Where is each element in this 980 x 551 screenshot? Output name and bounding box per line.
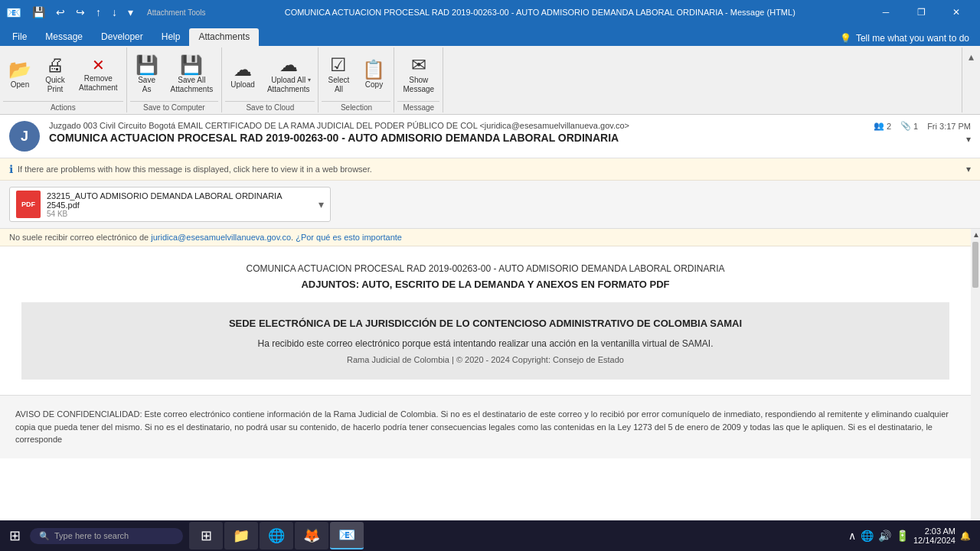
remove-attachment-button[interactable]: ✕ RemoveAttachment	[74, 49, 123, 101]
quick-print-button[interactable]: 🖨 QuickPrint	[38, 49, 72, 101]
save-as-label: SaveAs	[138, 76, 155, 94]
confidential-notice: AVISO DE CONFIDENCIALIDAD: Este correo e…	[0, 395, 971, 458]
start-button[interactable]: ⊞	[3, 524, 27, 547]
select-all-label: SelectAll	[328, 76, 350, 94]
ribbon-group-save-computer: 💾 SaveAs 💾 Save AllAttachments Save to C…	[127, 47, 223, 112]
info-bar[interactable]: ℹ If there are problems with how this me…	[0, 158, 980, 181]
minimize-button[interactable]: ─	[868, 0, 903, 24]
save-all-label: Save AllAttachments	[171, 76, 214, 94]
task-view-button[interactable]: ⊞	[189, 522, 223, 549]
save-all-button[interactable]: 💾 Save AllAttachments	[165, 49, 219, 101]
open-label: Open	[11, 80, 29, 90]
save-as-icon: 💾	[136, 56, 158, 74]
search-label: Tell me what you want to do	[856, 33, 969, 44]
select-all-button[interactable]: ☑ SelectAll	[322, 49, 355, 101]
upload-dropdown-arrow: ▾	[308, 77, 311, 83]
save-computer-group-label: Save to Computer	[130, 101, 219, 113]
open-icon: 📂	[8, 60, 31, 79]
info-icon: ℹ	[9, 163, 13, 175]
copy-label: Copy	[365, 80, 383, 90]
app-icon: 📧	[6, 5, 21, 20]
save-cloud-group-label: Save to Cloud	[225, 101, 315, 113]
window-title: COMUNICA ACTUACION PROCESAL RAD 2019-002…	[212, 8, 868, 17]
pdf-icon: PDF	[16, 191, 41, 218]
copy-icon: 📋	[362, 60, 385, 79]
close-button[interactable]: ✕	[939, 0, 974, 24]
attachments-meta: 📎 1	[900, 121, 918, 131]
confidential-text: AVISO DE CONFIDENCIALIDAD: Este correo e…	[15, 409, 949, 444]
tab-help[interactable]: Help	[152, 28, 190, 46]
sede-text: Ha recibido este correo electrónico porq…	[37, 338, 934, 349]
avatar: J	[9, 121, 40, 152]
upload-all-icon: ☁	[279, 56, 298, 74]
attachment-item[interactable]: PDF 23215_AUTO ADMISORIO DEMANDA LABORAL…	[9, 187, 331, 222]
taskbar: ⊞ 🔍 Type here to search ⊞ 📁 🌐 🦊 📧 ∧ 🌐 🔊 …	[0, 520, 980, 551]
file-explorer-button[interactable]: 📁	[224, 522, 258, 549]
ribbon-group-message: ✉ ShowMessage Message	[394, 47, 443, 112]
not-often-email-link[interactable]: juridica@esesamuelvillanueva.gov.co	[151, 233, 291, 242]
attachment-icon: 📎	[900, 121, 911, 131]
email-body: COMUNICA ACTUACION PROCESAL RAD 2019-002…	[0, 246, 971, 395]
save-all-icon: 💾	[180, 56, 203, 74]
recipients-icon: 👥	[874, 121, 884, 131]
actions-group-label: Actions	[3, 101, 123, 113]
recipients-count: 2	[887, 122, 891, 131]
firefox-button[interactable]: 🦊	[295, 522, 328, 549]
attachment-tools-label: Attachment Tools	[147, 8, 206, 17]
ribbon-group-selection: ☑ SelectAll 📋 Copy Selection	[318, 47, 394, 112]
attachment-size: 54 KB	[47, 210, 312, 218]
show-message-icon: ✉	[411, 56, 426, 74]
taskbar-notification-icon[interactable]: 🔔	[960, 531, 971, 541]
ribbon-group-save-cloud: ☁ Upload ☁ Upload AllAttachments ▾ Save …	[222, 47, 318, 112]
attachment-area: PDF 23215_AUTO ADMISORIO DEMANDA LABORAL…	[0, 181, 980, 229]
copy-button[interactable]: 📋 Copy	[357, 49, 390, 101]
scroll-thumb	[972, 242, 978, 288]
recipients-meta: 👥 2	[874, 121, 891, 131]
save-as-button[interactable]: 💾 SaveAs	[130, 49, 164, 101]
ribbon-tabs: File Message Developer Help Attachments …	[0, 24, 980, 46]
search-icon: 💡	[840, 33, 851, 44]
tab-file[interactable]: File	[3, 28, 36, 46]
upload-label: Upload	[230, 80, 255, 90]
ribbon: 📂 Open 🖨 QuickPrint ✕ RemoveAttachment A…	[0, 46, 980, 115]
tab-attachments[interactable]: Attachments	[189, 28, 259, 46]
clock-time: 2:03 AM	[913, 527, 956, 536]
info-expand-button[interactable]: ▾	[966, 164, 971, 174]
undo-btn[interactable]: ↩	[51, 5, 70, 20]
more-btn[interactable]: ▾	[123, 5, 138, 20]
upload-button[interactable]: ☁ Upload	[225, 49, 260, 101]
outlook-button[interactable]: 📧	[330, 522, 364, 549]
upload-icon: ☁	[234, 60, 252, 79]
edge-button[interactable]: 🌐	[260, 522, 293, 549]
selection-group-label: Selection	[322, 101, 390, 113]
down-btn[interactable]: ↓	[107, 5, 122, 20]
ribbon-search[interactable]: 💡 Tell me what you want to do	[832, 31, 977, 46]
attachment-chevron-icon[interactable]: ▾	[318, 198, 324, 210]
scroll-up-button[interactable]: ▲	[971, 229, 980, 240]
tab-developer[interactable]: Developer	[92, 28, 152, 46]
taskbar-search-icon: 🔍	[39, 531, 50, 541]
main-scrollbar: ▲ ▼	[971, 229, 980, 535]
up-btn[interactable]: ↑	[91, 5, 106, 20]
not-often-text: No suele recibir correo electrónico de	[9, 233, 151, 242]
tab-message[interactable]: Message	[36, 28, 92, 46]
remove-icon: ✕	[92, 57, 105, 73]
redo-btn[interactable]: ↪	[71, 5, 90, 20]
taskbar-search-placeholder: Type here to search	[54, 531, 129, 540]
email-header: J Juzgado 003 Civil Circuito Bogotá EMAI…	[0, 115, 980, 158]
taskbar-sound-icon: 🔊	[878, 530, 891, 542]
sede-title: SEDE ELECTRÓNICA DE LA JURISDICCIÓN DE L…	[37, 318, 934, 329]
upload-all-button[interactable]: ☁ Upload AllAttachments ▾	[262, 49, 315, 101]
show-message-button[interactable]: ✉ ShowMessage	[397, 49, 439, 101]
taskbar-search[interactable]: 🔍 Type here to search	[30, 528, 183, 544]
email-scroll-area[interactable]: No suele recibir correo electrónico de j…	[0, 229, 971, 535]
save-btn[interactable]: 💾	[28, 5, 50, 20]
open-button[interactable]: 📂 Open	[3, 49, 37, 101]
ribbon-group-actions: 📂 Open 🖨 QuickPrint ✕ RemoveAttachment A…	[0, 47, 127, 112]
info-message: If there are problems with how this mess…	[18, 165, 372, 174]
restore-button[interactable]: ❐	[903, 0, 939, 24]
taskbar-chevron-icon[interactable]: ∧	[848, 530, 856, 542]
collapse-ribbon-button[interactable]: ▴	[964, 49, 978, 64]
expand-email-button[interactable]: ▾	[966, 134, 971, 145]
not-often-question-link[interactable]: ¿Por qué es esto importante	[296, 233, 402, 242]
